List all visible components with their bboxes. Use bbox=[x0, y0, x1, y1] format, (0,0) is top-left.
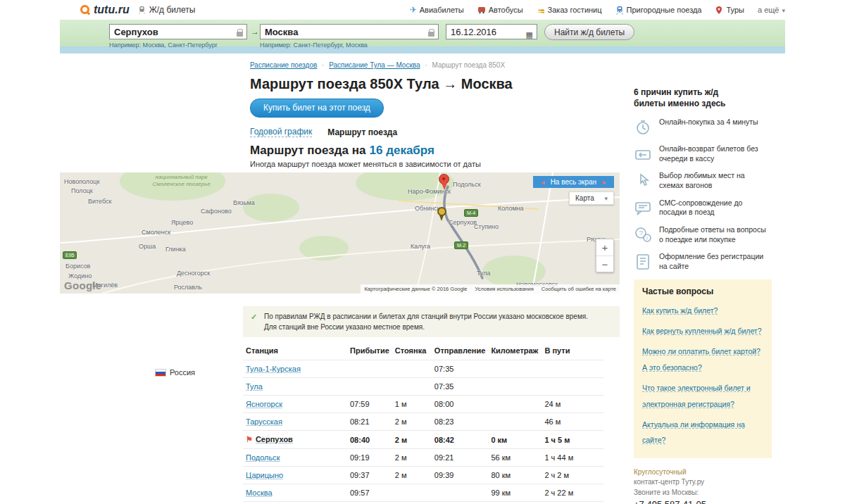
map-city-label: Подольск bbox=[453, 181, 481, 188]
table-row: Тарусская 08:21 2 м 08:23 46 м bbox=[243, 413, 603, 431]
question-answer-icon: ?! bbox=[634, 225, 659, 244]
date-note: Иногда маршрут поезда может меняться в з… bbox=[250, 160, 620, 168]
station-link[interactable]: Тула-1-Курская bbox=[246, 365, 301, 373]
plane-icon bbox=[410, 5, 417, 15]
zoom-in-button[interactable]: + bbox=[596, 239, 613, 256]
lock-icon bbox=[428, 32, 434, 37]
page-title: Маршрут поезда 850Х Тула → Москва bbox=[250, 76, 620, 92]
nav-item-suburban[interactable]: Пригородные поезда bbox=[615, 6, 702, 15]
buy-ticket-button[interactable]: Купить билет на этот поезд bbox=[250, 99, 384, 118]
sidebar: 6 причин купить ж/д билеты именно здесь … bbox=[634, 53, 782, 504]
report-error-link[interactable]: Сообщить об ошибке на карте bbox=[542, 286, 616, 292]
google-logo[interactable]: Google bbox=[64, 279, 101, 291]
tab-train-route[interactable]: Маршрут поезда bbox=[327, 127, 397, 137]
map-city-label: Ярцево bbox=[171, 219, 193, 226]
logo-text: tutu.ru bbox=[94, 4, 130, 16]
table-row: Тула-1-Курская 07:35 bbox=[243, 360, 603, 378]
russia-flag-icon bbox=[155, 369, 166, 377]
map-city-label: Десногорск bbox=[177, 270, 210, 277]
map-city-label: Тула bbox=[477, 270, 491, 277]
search-bar: → Найти ж/д билеты Например: Москва, Сан… bbox=[60, 20, 785, 46]
date-heading: Маршрут поезда на16 декабря bbox=[250, 144, 620, 158]
reason-item: Онлайн-покупка за 4 минуты bbox=[634, 118, 782, 137]
pin-icon bbox=[715, 6, 723, 15]
reasons-title: 6 причин купить ж/д билеты именно здесь bbox=[634, 87, 746, 109]
nav-item-more[interactable]: а ещё bbox=[758, 6, 785, 14]
map-city-label: Новополоцк bbox=[64, 178, 99, 185]
table-row-highlighted: Серпухов 08:40 2 м 08:42 0 км 1 ч 5 м bbox=[243, 431, 603, 449]
map-city-label: Вязьма bbox=[233, 199, 255, 206]
road-badge: Е95 bbox=[63, 251, 77, 259]
station-link[interactable]: Подольск bbox=[246, 453, 280, 462]
map-city-label: Борисов bbox=[65, 263, 90, 270]
table-row-highlighted: Москва Курская 09:57 99 км 2 ч 22 м bbox=[243, 502, 603, 504]
faq-link[interactable]: Как купить ж/д билет? bbox=[642, 306, 718, 315]
date-field bbox=[446, 24, 537, 39]
table-row: Ясногорск 07:59 1 м 08:00 24 м bbox=[243, 396, 603, 413]
faq-link[interactable]: Что такое электронный билет и электронна… bbox=[642, 384, 751, 408]
station-link[interactable]: Ясногорск bbox=[246, 400, 282, 408]
col-header-stop: Стоянка bbox=[392, 343, 432, 360]
document-icon bbox=[634, 252, 659, 271]
col-header-distance: Километраж bbox=[488, 343, 542, 360]
map-city-label: Полоцк bbox=[71, 187, 93, 194]
fullscreen-button[interactable]: На весь экран bbox=[533, 176, 614, 188]
terms-link[interactable]: Условия использования bbox=[475, 286, 534, 292]
seat-pointer-icon bbox=[634, 171, 659, 190]
lock-icon bbox=[237, 32, 243, 37]
breadcrumb-link-route[interactable]: Расписание Тула — Москва bbox=[329, 61, 420, 69]
station-link[interactable]: Царицыно bbox=[246, 471, 283, 479]
faq-link[interactable]: Можно ли оплатить билет картой? А это бе… bbox=[642, 347, 760, 371]
reason-item: СМС-сопровождение до посадки в поезд bbox=[634, 199, 782, 218]
expand-left-icon bbox=[540, 178, 546, 186]
top-nav: Авиабилеты Автобусы Заказ гостиниц bbox=[410, 5, 785, 15]
nav-item-hotels[interactable]: Заказ гостиниц bbox=[537, 6, 602, 14]
from-input[interactable] bbox=[109, 24, 247, 39]
station-link[interactable]: Серпухов bbox=[256, 435, 293, 443]
zoom-out-button[interactable]: − bbox=[596, 256, 613, 272]
to-hint: Например: Санкт-Петербург, Москва bbox=[260, 42, 368, 49]
nav-item-avia[interactable]: Авиабилеты bbox=[410, 5, 464, 15]
find-tickets-button[interactable]: Найти ж/д билеты bbox=[544, 24, 634, 40]
nav-item-tours[interactable]: Туры bbox=[715, 6, 744, 15]
date-input[interactable] bbox=[446, 24, 537, 39]
map-city-label: Рославль bbox=[174, 284, 202, 291]
station-link[interactable]: Тула bbox=[246, 382, 263, 391]
svg-text:?: ? bbox=[639, 229, 643, 237]
nav-item-bus[interactable]: Автобусы bbox=[477, 6, 523, 14]
station-marker-icon[interactable] bbox=[437, 207, 446, 216]
col-header-duration: В пути bbox=[542, 343, 603, 360]
table-row: Тула 07:35 bbox=[243, 378, 603, 396]
faq-link[interactable]: Актуальна ли информация на сайте? bbox=[642, 420, 745, 444]
route-table-zone: Россия Станция Прибытие Стоянка Отправле… bbox=[243, 343, 620, 504]
destination-marker-icon[interactable] bbox=[439, 174, 449, 184]
tutu-logo[interactable]: tutu.ru bbox=[80, 4, 130, 16]
map-city-label: Смоленск bbox=[142, 229, 170, 236]
table-row: Царицыно 09:37 2 м 09:39 80 км 2 ч 2 м bbox=[243, 467, 603, 484]
date-link[interactable]: 16 декабря bbox=[370, 144, 434, 157]
col-header-departure: Отправление bbox=[432, 343, 489, 360]
sms-bubble-icon bbox=[634, 199, 659, 218]
route-map[interactable]: национальный парк Смоленское поозерье Но… bbox=[60, 172, 620, 294]
hotel-icon bbox=[537, 6, 545, 14]
moscow-phone: +7 495 587-41-05 bbox=[634, 498, 782, 504]
map-city-label: Витебск bbox=[88, 198, 111, 205]
breadcrumb: Расписание поездов · Расписание Тула — М… bbox=[250, 61, 620, 69]
timezone-notice: По правилам РЖД в расписании и билетах д… bbox=[243, 306, 620, 337]
faq-link[interactable]: Как вернуть купленный ж/д билет? bbox=[642, 327, 762, 335]
park-label: национальный парк Смоленское поозерье bbox=[144, 174, 218, 188]
top-bar: tutu.ru Ж/д билеты Авиабилеты Автобусы bbox=[60, 0, 785, 20]
breadcrumb-link-schedule[interactable]: Расписание поездов bbox=[250, 61, 317, 69]
reason-item: Онлайн-возврат билетов без очереди в кас… bbox=[634, 144, 782, 163]
map-layer-dropdown[interactable]: Карта bbox=[569, 191, 614, 205]
to-input[interactable] bbox=[260, 24, 439, 39]
contact-block: Круглосуточный контакт-центр Туту.ру Зво… bbox=[634, 467, 782, 504]
station-link[interactable]: Москва bbox=[246, 489, 273, 497]
contact-moscow-label: Звоните из Москвы: bbox=[634, 488, 782, 498]
tutu-logo-icon bbox=[80, 4, 91, 15]
col-header-station: Станция bbox=[243, 343, 347, 360]
station-link[interactable]: Тарусская bbox=[246, 417, 282, 426]
from-hint: Например: Москва, Санкт-Петербург bbox=[109, 42, 218, 49]
tab-yearly-schedule[interactable]: Годовой график bbox=[250, 127, 312, 137]
clock-icon bbox=[634, 118, 659, 137]
